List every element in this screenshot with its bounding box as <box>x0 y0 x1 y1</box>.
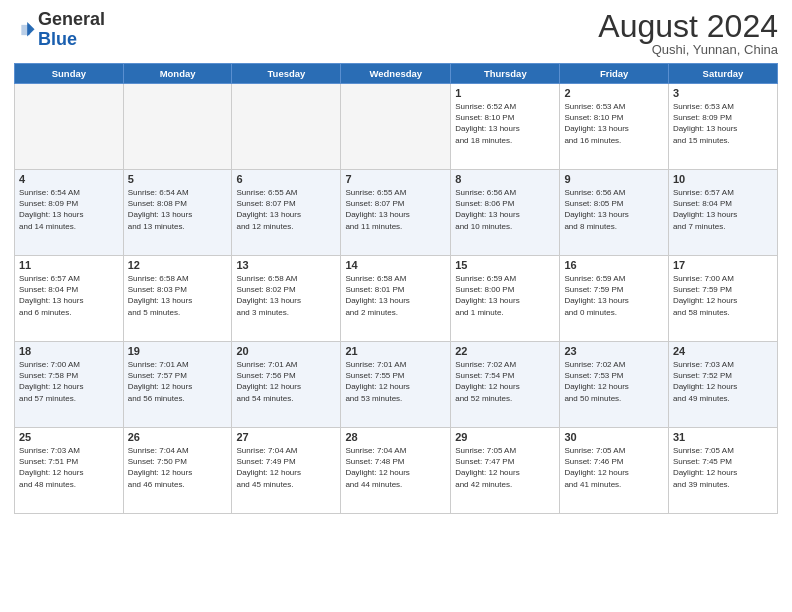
page: General Blue August 2024 Qushi, Yunnan, … <box>0 0 792 612</box>
day-number: 14 <box>345 259 446 271</box>
day-info: Sunrise: 7:00 AMSunset: 7:59 PMDaylight:… <box>673 273 773 318</box>
header: General Blue August 2024 Qushi, Yunnan, … <box>14 10 778 57</box>
day-number: 16 <box>564 259 663 271</box>
day-cell: 22Sunrise: 7:02 AMSunset: 7:54 PMDayligh… <box>451 342 560 428</box>
day-cell: 12Sunrise: 6:58 AMSunset: 8:03 PMDayligh… <box>123 256 232 342</box>
day-cell: 6Sunrise: 6:55 AMSunset: 8:07 PMDaylight… <box>232 170 341 256</box>
day-number: 6 <box>236 173 336 185</box>
calendar-table: SundayMondayTuesdayWednesdayThursdayFrid… <box>14 63 778 514</box>
weekday-header-row: SundayMondayTuesdayWednesdayThursdayFrid… <box>15 64 778 84</box>
day-cell <box>123 84 232 170</box>
day-number: 5 <box>128 173 228 185</box>
day-cell: 29Sunrise: 7:05 AMSunset: 7:47 PMDayligh… <box>451 428 560 514</box>
logo: General Blue <box>14 10 105 50</box>
day-info: Sunrise: 7:01 AMSunset: 7:55 PMDaylight:… <box>345 359 446 404</box>
day-cell <box>15 84 124 170</box>
day-cell <box>232 84 341 170</box>
day-number: 8 <box>455 173 555 185</box>
day-info: Sunrise: 7:02 AMSunset: 7:53 PMDaylight:… <box>564 359 663 404</box>
day-info: Sunrise: 6:53 AMSunset: 8:10 PMDaylight:… <box>564 101 663 146</box>
day-cell: 21Sunrise: 7:01 AMSunset: 7:55 PMDayligh… <box>341 342 451 428</box>
logo-blue-text: Blue <box>38 29 77 49</box>
month-title: August 2024 <box>598 10 778 42</box>
day-cell: 3Sunrise: 6:53 AMSunset: 8:09 PMDaylight… <box>668 84 777 170</box>
day-cell: 17Sunrise: 7:00 AMSunset: 7:59 PMDayligh… <box>668 256 777 342</box>
day-cell: 23Sunrise: 7:02 AMSunset: 7:53 PMDayligh… <box>560 342 668 428</box>
day-cell: 30Sunrise: 7:05 AMSunset: 7:46 PMDayligh… <box>560 428 668 514</box>
day-cell: 20Sunrise: 7:01 AMSunset: 7:56 PMDayligh… <box>232 342 341 428</box>
day-info: Sunrise: 7:05 AMSunset: 7:46 PMDaylight:… <box>564 445 663 490</box>
location-subtitle: Qushi, Yunnan, China <box>598 42 778 57</box>
day-cell: 7Sunrise: 6:55 AMSunset: 8:07 PMDaylight… <box>341 170 451 256</box>
day-cell: 13Sunrise: 6:58 AMSunset: 8:02 PMDayligh… <box>232 256 341 342</box>
weekday-thursday: Thursday <box>451 64 560 84</box>
week-row-3: 11Sunrise: 6:57 AMSunset: 8:04 PMDayligh… <box>15 256 778 342</box>
day-info: Sunrise: 7:05 AMSunset: 7:45 PMDaylight:… <box>673 445 773 490</box>
day-info: Sunrise: 6:59 AMSunset: 8:00 PMDaylight:… <box>455 273 555 318</box>
day-info: Sunrise: 6:56 AMSunset: 8:05 PMDaylight:… <box>564 187 663 232</box>
day-info: Sunrise: 7:03 AMSunset: 7:52 PMDaylight:… <box>673 359 773 404</box>
day-info: Sunrise: 6:53 AMSunset: 8:09 PMDaylight:… <box>673 101 773 146</box>
weekday-sunday: Sunday <box>15 64 124 84</box>
day-cell: 10Sunrise: 6:57 AMSunset: 8:04 PMDayligh… <box>668 170 777 256</box>
day-info: Sunrise: 7:04 AMSunset: 7:49 PMDaylight:… <box>236 445 336 490</box>
day-info: Sunrise: 6:55 AMSunset: 8:07 PMDaylight:… <box>236 187 336 232</box>
week-row-5: 25Sunrise: 7:03 AMSunset: 7:51 PMDayligh… <box>15 428 778 514</box>
day-number: 13 <box>236 259 336 271</box>
day-cell: 9Sunrise: 6:56 AMSunset: 8:05 PMDaylight… <box>560 170 668 256</box>
day-number: 10 <box>673 173 773 185</box>
day-info: Sunrise: 7:00 AMSunset: 7:58 PMDaylight:… <box>19 359 119 404</box>
day-info: Sunrise: 7:04 AMSunset: 7:48 PMDaylight:… <box>345 445 446 490</box>
day-cell: 27Sunrise: 7:04 AMSunset: 7:49 PMDayligh… <box>232 428 341 514</box>
calendar-body: 1Sunrise: 6:52 AMSunset: 8:10 PMDaylight… <box>15 84 778 514</box>
logo-text: General Blue <box>38 10 105 50</box>
day-cell <box>341 84 451 170</box>
day-cell: 18Sunrise: 7:00 AMSunset: 7:58 PMDayligh… <box>15 342 124 428</box>
day-cell: 25Sunrise: 7:03 AMSunset: 7:51 PMDayligh… <box>15 428 124 514</box>
day-info: Sunrise: 7:03 AMSunset: 7:51 PMDaylight:… <box>19 445 119 490</box>
day-number: 9 <box>564 173 663 185</box>
day-cell: 1Sunrise: 6:52 AMSunset: 8:10 PMDaylight… <box>451 84 560 170</box>
svg-marker-1 <box>21 25 30 35</box>
day-number: 7 <box>345 173 446 185</box>
day-cell: 24Sunrise: 7:03 AMSunset: 7:52 PMDayligh… <box>668 342 777 428</box>
day-number: 22 <box>455 345 555 357</box>
day-cell: 8Sunrise: 6:56 AMSunset: 8:06 PMDaylight… <box>451 170 560 256</box>
day-cell: 11Sunrise: 6:57 AMSunset: 8:04 PMDayligh… <box>15 256 124 342</box>
day-number: 24 <box>673 345 773 357</box>
day-number: 28 <box>345 431 446 443</box>
day-number: 3 <box>673 87 773 99</box>
day-info: Sunrise: 7:01 AMSunset: 7:57 PMDaylight:… <box>128 359 228 404</box>
day-cell: 5Sunrise: 6:54 AMSunset: 8:08 PMDaylight… <box>123 170 232 256</box>
day-cell: 16Sunrise: 6:59 AMSunset: 7:59 PMDayligh… <box>560 256 668 342</box>
weekday-friday: Friday <box>560 64 668 84</box>
day-number: 11 <box>19 259 119 271</box>
day-number: 23 <box>564 345 663 357</box>
calendar-header: SundayMondayTuesdayWednesdayThursdayFrid… <box>15 64 778 84</box>
day-cell: 19Sunrise: 7:01 AMSunset: 7:57 PMDayligh… <box>123 342 232 428</box>
day-info: Sunrise: 7:02 AMSunset: 7:54 PMDaylight:… <box>455 359 555 404</box>
day-info: Sunrise: 6:54 AMSunset: 8:09 PMDaylight:… <box>19 187 119 232</box>
day-number: 2 <box>564 87 663 99</box>
logo-icon <box>14 19 36 41</box>
day-info: Sunrise: 6:56 AMSunset: 8:06 PMDaylight:… <box>455 187 555 232</box>
day-info: Sunrise: 6:59 AMSunset: 7:59 PMDaylight:… <box>564 273 663 318</box>
day-number: 12 <box>128 259 228 271</box>
day-number: 1 <box>455 87 555 99</box>
day-number: 4 <box>19 173 119 185</box>
day-number: 31 <box>673 431 773 443</box>
weekday-wednesday: Wednesday <box>341 64 451 84</box>
weekday-tuesday: Tuesday <box>232 64 341 84</box>
day-info: Sunrise: 6:57 AMSunset: 8:04 PMDaylight:… <box>673 187 773 232</box>
day-number: 25 <box>19 431 119 443</box>
week-row-4: 18Sunrise: 7:00 AMSunset: 7:58 PMDayligh… <box>15 342 778 428</box>
day-number: 17 <box>673 259 773 271</box>
day-info: Sunrise: 6:58 AMSunset: 8:03 PMDaylight:… <box>128 273 228 318</box>
day-cell: 31Sunrise: 7:05 AMSunset: 7:45 PMDayligh… <box>668 428 777 514</box>
day-number: 26 <box>128 431 228 443</box>
logo-general-text: General <box>38 9 105 29</box>
day-info: Sunrise: 6:57 AMSunset: 8:04 PMDaylight:… <box>19 273 119 318</box>
day-cell: 4Sunrise: 6:54 AMSunset: 8:09 PMDaylight… <box>15 170 124 256</box>
title-block: August 2024 Qushi, Yunnan, China <box>598 10 778 57</box>
day-info: Sunrise: 6:55 AMSunset: 8:07 PMDaylight:… <box>345 187 446 232</box>
